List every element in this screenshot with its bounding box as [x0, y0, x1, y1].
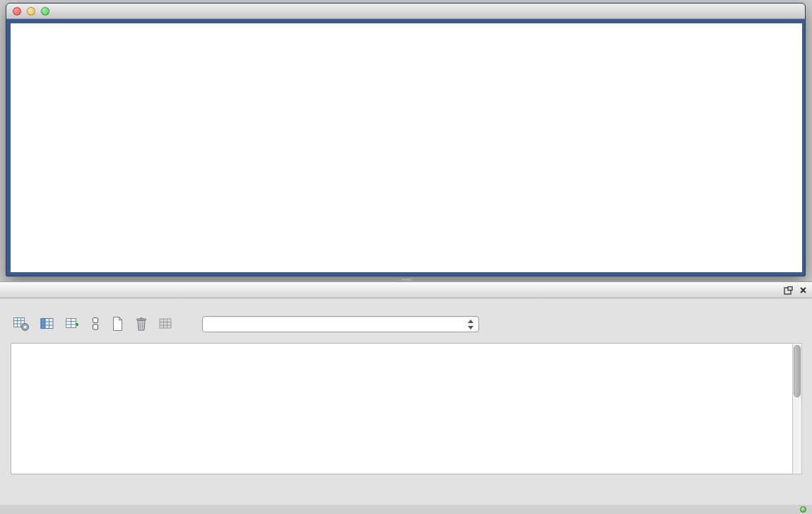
- network-window[interactable]: [6, 3, 806, 276]
- import-table-icon: [158, 317, 174, 331]
- window-titlebar[interactable]: [6, 4, 805, 19]
- table-mode-button[interactable]: [11, 315, 31, 333]
- zoom-window-button[interactable]: [41, 7, 49, 16]
- table-container: [11, 343, 792, 474]
- table-scrollbar[interactable]: [792, 343, 802, 474]
- network-frame: [6, 19, 805, 276]
- delete-column-button[interactable]: [133, 315, 150, 333]
- add-column-button[interactable]: [64, 315, 82, 332]
- panel-splitter[interactable]: [0, 276, 812, 281]
- traffic-lights: [13, 7, 49, 16]
- splitter-grip-icon: [401, 278, 412, 281]
- scrollbar-thumb[interactable]: [794, 345, 801, 397]
- row-tools-button[interactable]: [89, 315, 102, 332]
- minimize-window-button[interactable]: [27, 7, 35, 16]
- dropdown-arrows-icon: [467, 319, 474, 330]
- show-columns-icon: [40, 317, 55, 331]
- network-view[interactable]: [11, 23, 802, 272]
- new-document-icon: [110, 316, 124, 332]
- close-panel-button[interactable]: ×: [800, 286, 806, 296]
- new-table-button[interactable]: [109, 315, 126, 333]
- trash-icon: [134, 316, 148, 332]
- row-tools-icon: [90, 317, 100, 331]
- import-table-button[interactable]: [157, 315, 175, 332]
- memory-status-indicator: [800, 506, 806, 513]
- function-builder-button[interactable]: [182, 322, 191, 325]
- table-toolbar: [11, 312, 479, 336]
- status-bar: [0, 505, 812, 514]
- show-columns-button[interactable]: [38, 315, 57, 332]
- float-panel-button[interactable]: [784, 286, 793, 295]
- float-panel-icon: [784, 286, 793, 295]
- close-window-button[interactable]: [13, 7, 21, 16]
- app-window: ×: [0, 0, 812, 514]
- table-gear-icon: [13, 316, 30, 332]
- table-panel: ×: [0, 281, 812, 505]
- table-panel-header: ×: [0, 282, 812, 298]
- add-column-icon: [65, 317, 81, 331]
- table-source-dropdown[interactable]: [202, 316, 479, 332]
